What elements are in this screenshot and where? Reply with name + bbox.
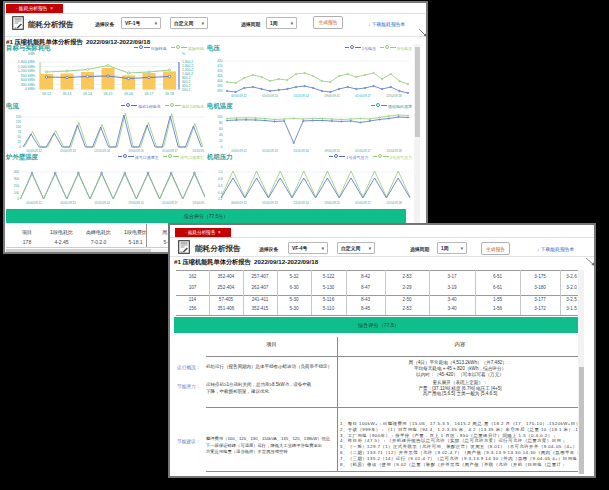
svg-text:09-14: 09-14 (83, 92, 92, 96)
svg-text:400: 400 (217, 79, 223, 83)
svg-text:395: 395 (217, 84, 223, 88)
svg-text:405: 405 (217, 74, 223, 78)
svg-text:13:54 09-18: 13:54 09-18 (386, 201, 402, 205)
svg-text:1,800 kWh: 1,800 kWh (18, 60, 35, 64)
svg-text:1,500 kWh: 1,500 kWh (18, 65, 35, 69)
svg-text:390: 390 (217, 89, 223, 93)
svg-text:09-13: 09-13 (63, 92, 72, 96)
svg-text:05:00 09-13: 05:00 09-13 (262, 94, 278, 98)
svg-text:13:20 09-14: 13:20 09-14 (293, 94, 309, 98)
svg-text:09-15: 09-15 (104, 92, 113, 96)
svg-text:09-18: 09-18 (165, 92, 174, 96)
svg-text:60: 60 (219, 127, 223, 131)
svg-text:1,200 kWh: 1,200 kWh (18, 69, 35, 73)
svg-text:100: 100 (14, 191, 20, 195)
svg-text:13:20 09-14: 13:20 09-14 (293, 201, 309, 205)
svg-text:13:20 09-14: 13:20 09-14 (94, 201, 110, 205)
svg-text:0.8: 0.8 (218, 177, 223, 181)
svg-text:150: 150 (16, 115, 22, 119)
svg-text:400: 400 (14, 170, 20, 174)
svg-text:80: 80 (219, 121, 223, 125)
svg-text:00:00 09-12: 00:00 09-12 (26, 201, 42, 205)
svg-text:01:00 09-17: 01:00 09-17 (355, 201, 371, 205)
svg-text:125: 125 (16, 120, 22, 124)
svg-text:%: % (182, 52, 185, 56)
svg-text:13:54 09-18: 13:54 09-18 (192, 201, 205, 205)
svg-text:410: 410 (217, 69, 223, 73)
svg-text:300: 300 (14, 177, 20, 181)
svg-text:0: 0 (17, 197, 19, 201)
svg-text:05:00 09-13: 05:00 09-13 (262, 201, 278, 205)
svg-text:00:00 09-12: 00:00 09-12 (231, 94, 247, 98)
svg-text:01:00 09-17: 01:00 09-17 (355, 94, 371, 98)
svg-text:0.2: 0.2 (218, 197, 223, 201)
svg-text:01:00 09-17: 01:00 09-17 (162, 201, 178, 205)
svg-text:20: 20 (219, 139, 223, 143)
svg-text:415: 415 (217, 64, 223, 68)
svg-text:600 kWh: 600 kWh (21, 78, 35, 82)
svg-text:100: 100 (217, 115, 223, 119)
svg-text:0.6: 0.6 (218, 184, 223, 188)
svg-text:420: 420 (217, 59, 223, 63)
svg-text:09-12: 09-12 (42, 92, 51, 96)
svg-text:1.0: 1.0 (218, 170, 223, 174)
svg-text:09-16: 09-16 (124, 92, 133, 96)
svg-text:900 kWh: 900 kWh (21, 74, 35, 78)
svg-text:05:00 09-13: 05:00 09-13 (60, 201, 76, 205)
svg-text:09-17: 09-17 (145, 92, 154, 96)
svg-text:50: 50 (17, 135, 21, 139)
svg-text:200.2: 200.2 (182, 88, 190, 92)
svg-text:200: 200 (14, 184, 20, 188)
svg-text:75: 75 (17, 130, 21, 134)
svg-text:kWh: kWh (28, 52, 35, 56)
svg-text:13:54 09-18: 13:54 09-18 (386, 94, 402, 98)
svg-text:40: 40 (219, 133, 223, 137)
svg-text:25: 25 (17, 140, 21, 144)
svg-text:19:00 09-15: 19:00 09-15 (324, 94, 340, 98)
svg-text:00:00 09-12: 00:00 09-12 (231, 201, 247, 205)
svg-text:100: 100 (16, 125, 22, 129)
svg-text:300 kWh: 300 kWh (21, 83, 35, 87)
svg-text:19:00 09-15: 19:00 09-15 (128, 201, 144, 205)
svg-text:0: 0 (19, 145, 21, 149)
svg-text:0 kWh: 0 kWh (25, 87, 35, 91)
svg-text:19:00 09-15: 19:00 09-15 (324, 201, 340, 205)
svg-text:0: 0 (221, 145, 223, 149)
